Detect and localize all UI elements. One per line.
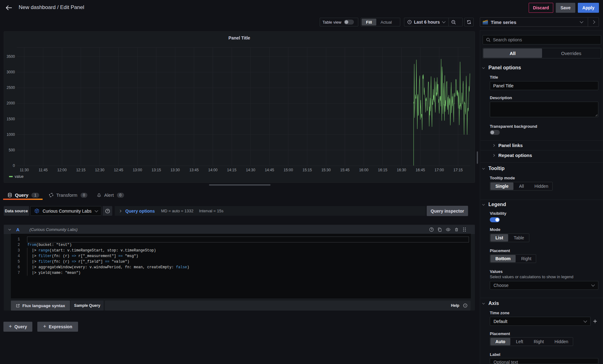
svg-text:15:45: 15:45 [340, 168, 350, 172]
svg-text:1000: 1000 [7, 132, 15, 137]
svg-text:3500: 3500 [7, 54, 15, 59]
svg-text:16:30: 16:30 [397, 168, 406, 172]
svg-text:11:30: 11:30 [20, 168, 29, 172]
svg-text:12:15: 12:15 [76, 168, 86, 172]
svg-text:12:00: 12:00 [57, 168, 67, 172]
svg-text:14:45: 14:45 [265, 168, 274, 172]
svg-text:16:15: 16:15 [378, 168, 387, 172]
svg-text:15:00: 15:00 [284, 168, 293, 172]
svg-text:17:00: 17:00 [434, 168, 444, 172]
svg-text:1500: 1500 [7, 117, 15, 121]
svg-text:12:45: 12:45 [114, 168, 123, 172]
svg-text:14:30: 14:30 [246, 168, 255, 172]
svg-text:13:30: 13:30 [170, 168, 180, 172]
svg-text:15:30: 15:30 [321, 168, 331, 172]
svg-text:14:15: 14:15 [227, 168, 236, 172]
svg-text:0: 0 [13, 164, 15, 168]
svg-text:11:45: 11:45 [39, 168, 48, 172]
svg-text:13:15: 13:15 [152, 168, 161, 172]
svg-text:13:00: 13:00 [133, 168, 142, 172]
svg-text:13:45: 13:45 [189, 168, 199, 172]
svg-text:16:45: 16:45 [416, 168, 425, 172]
svg-text:2500: 2500 [7, 85, 15, 90]
svg-text:2000: 2000 [7, 101, 15, 105]
svg-text:16:00: 16:00 [359, 168, 369, 172]
svg-text:15:15: 15:15 [303, 168, 312, 172]
svg-text:500: 500 [9, 148, 15, 152]
svg-text:14:00: 14:00 [208, 168, 217, 172]
svg-text:3000: 3000 [7, 70, 15, 74]
svg-text:12:30: 12:30 [95, 168, 104, 172]
svg-text:17:15: 17:15 [453, 168, 463, 172]
